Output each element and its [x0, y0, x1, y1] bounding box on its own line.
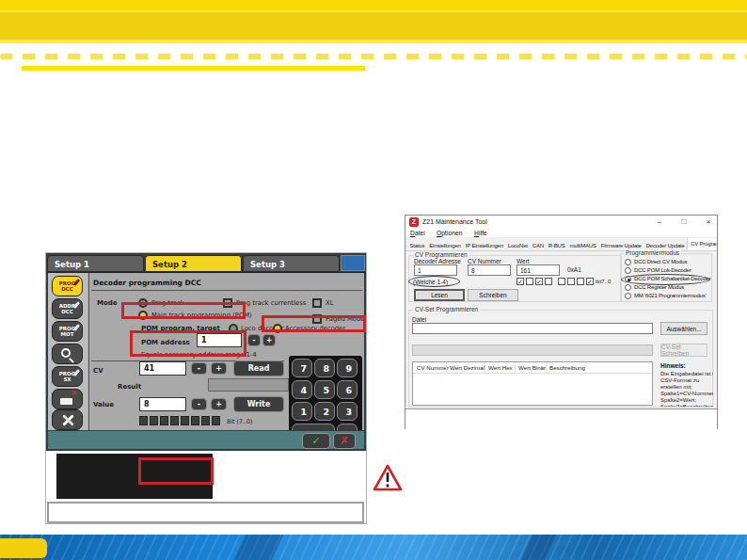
cv-table: CV Nummer Wert Dezimal Wert Hex Wert Bin…	[412, 361, 653, 406]
radio-mm-6021[interactable]	[625, 293, 631, 299]
close-button[interactable]: ×	[701, 216, 716, 228]
cv-nummer-spinner[interactable]: 8	[468, 264, 511, 276]
annotation-box-pom-radio	[121, 302, 246, 319]
tab-status[interactable]: Status	[407, 241, 427, 250]
keypad-1[interactable]: 1	[292, 402, 312, 421]
footer-photo-band	[0, 535, 747, 560]
programmiermodus-group-label: Programmiermodus	[624, 249, 681, 256]
sidebar-item-loco-delete[interactable]: ✕	[52, 389, 83, 409]
bit-checkbox-2[interactable]	[191, 416, 199, 425]
value-minus-button[interactable]: -	[191, 398, 207, 410]
col-beschreibung[interactable]: Beschreibung	[549, 364, 585, 371]
minimize-button[interactable]: –	[652, 216, 667, 228]
bit-checkbox-3[interactable]	[181, 416, 189, 425]
tab-loconet[interactable]: LocoNet	[505, 241, 530, 250]
keypad-5[interactable]: 5	[314, 380, 335, 399]
schreiben-button[interactable]: Schreiben	[468, 289, 518, 301]
z-bit-checkbox-7[interactable]: ✓	[517, 278, 524, 285]
value-plus-button[interactable]: +	[211, 398, 227, 410]
tab-corner-decoration	[341, 255, 365, 271]
hinweis-line: Spalte3=Beschreibung	[660, 404, 713, 407]
bit-checkbox-7[interactable]	[139, 416, 148, 425]
bit-checkbox-0[interactable]	[212, 416, 220, 425]
decoder-adresse-label: Decoder Adresse	[414, 258, 461, 264]
tab-setup-1[interactable]: Setup 1	[47, 255, 144, 272]
lesen-button[interactable]: Lesen	[414, 289, 465, 301]
sidebar-item-addr-dcc[interactable]: ADDR DCC	[52, 298, 83, 319]
tab-ip-einstellungen[interactable]: IP Einstellungen	[463, 241, 505, 250]
write-button[interactable]: Write	[233, 396, 284, 412]
keypad-8[interactable]: 8	[314, 359, 335, 377]
tab-setup-3[interactable]: Setup 3	[243, 255, 340, 272]
bit-checkbox-1[interactable]	[201, 416, 210, 425]
keypad-4[interactable]: 4	[292, 380, 312, 399]
sidebar-item-tools[interactable]	[52, 409, 83, 430]
cancel-button[interactable]: ✗	[333, 433, 356, 449]
sidebar-label: MOT	[53, 331, 82, 337]
sidebar-item-prog-sx[interactable]: PROG SX	[52, 366, 83, 387]
sidebar-item-prog-mot[interactable]: PROG MOT	[52, 321, 83, 342]
z-bit-checkbox-1[interactable]	[577, 278, 584, 285]
datei-input[interactable]	[412, 323, 653, 334]
z-bit-checkbox-3[interactable]	[558, 278, 565, 285]
bit-checkbox-6[interactable]	[150, 416, 158, 425]
keypad-7[interactable]: 7	[292, 359, 312, 377]
sidebar-item-search[interactable]	[52, 344, 83, 364]
value-field[interactable]: 8	[139, 397, 186, 411]
pom-address-minus-button[interactable]: -	[247, 334, 261, 346]
radio-dcc-direct-cv[interactable]	[625, 259, 631, 265]
maximize-button[interactable]: □	[676, 216, 691, 228]
tab-multimaus[interactable]: multiMAUS	[567, 241, 598, 250]
tab-cv-programmieren[interactable]: CV Programmieren	[687, 238, 717, 250]
mode-label: Mode	[97, 299, 118, 307]
checkbox-xl[interactable]	[312, 298, 322, 308]
z-bit-checkbox-6[interactable]	[526, 278, 533, 285]
sidebar-item-prog-dcc[interactable]: PROG DCC	[52, 276, 83, 296]
wert-spinner[interactable]: 161	[517, 264, 560, 276]
col-wert-hex[interactable]: Wert Hex	[488, 364, 513, 371]
z-bit-checkbox-4[interactable]	[545, 278, 552, 285]
keypad-3[interactable]: 3	[337, 402, 358, 421]
read-button[interactable]: Read	[233, 360, 284, 376]
tab-einstellungen[interactable]: Einstellungen	[427, 241, 463, 250]
cv-plus-button[interactable]: +	[211, 362, 227, 375]
col-wert-dezimal[interactable]: Wert Dezimal	[450, 364, 485, 371]
bit-checkbox-5[interactable]	[160, 416, 168, 425]
decoder-adresse-spinner[interactable]: 1	[414, 264, 457, 276]
menu-optionen[interactable]: Optionen	[437, 230, 463, 236]
menubar: Datei Optionen Hilfe	[405, 229, 717, 238]
sidebar-label: DCC	[53, 286, 82, 292]
cv-minus-button[interactable]: -	[191, 362, 207, 375]
tab-can[interactable]: CAN	[530, 241, 546, 250]
pom-address-plus-button[interactable]: +	[262, 334, 276, 346]
z-bit-checkbox-5[interactable]: ✓	[535, 278, 543, 285]
column-divider	[515, 362, 516, 373]
col-cv-nummer[interactable]: CV Nummer	[417, 364, 449, 371]
hinweis-line: Spalte1=CV-Nummer;	[660, 391, 713, 397]
hinweis-text: Die Eingabedatei ist in CSV-Format zu er…	[660, 371, 713, 407]
tab-r-bus[interactable]: R-BUS	[546, 241, 567, 250]
dash-decoration-row	[0, 54, 747, 59]
annotation-box-pom-address	[130, 330, 246, 357]
col-wert-binaer[interactable]: Wert Binär	[518, 364, 546, 371]
radio-dcc-register[interactable]	[625, 284, 631, 291]
radio-dcc-pom-lok[interactable]	[625, 267, 631, 274]
radio-dcc-direct-cv-label: DCC Direct CV Modus	[634, 259, 687, 264]
z-bit-checkbox-2[interactable]	[567, 278, 575, 285]
bit-checkbox-4[interactable]	[170, 416, 179, 425]
z-bit-checkbox-0[interactable]: ✓	[586, 278, 594, 285]
tab-setup-2[interactable]: Setup 2	[145, 255, 242, 272]
keypad-6[interactable]: 6	[337, 380, 358, 399]
menu-hilfe[interactable]: Hilfe	[474, 230, 487, 236]
menu-datei[interactable]: Datei	[410, 230, 425, 236]
hinweis-line: erstellen mit:	[660, 384, 713, 391]
cvset-schreiben-button[interactable]: CV-Set Schreiben	[660, 344, 707, 357]
cv-field[interactable]: 41	[139, 361, 186, 376]
window-titlebar[interactable]: Z Z21 Maintenance Tool – □ ×	[405, 216, 717, 229]
confirm-button[interactable]: ✓	[302, 433, 330, 449]
keypad-2[interactable]: 2	[314, 402, 335, 421]
auswaehlen-button[interactable]: Auswählen...	[660, 322, 707, 335]
z-bit-label: bit7..0	[596, 279, 611, 284]
divider	[91, 290, 362, 291]
keypad-9[interactable]: 9	[337, 359, 358, 377]
